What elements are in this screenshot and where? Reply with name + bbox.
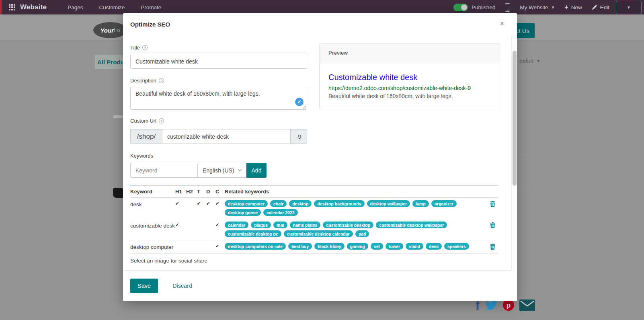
preview-body: Customizable white desk https://demo2.od… bbox=[320, 62, 500, 109]
preview-result-url: https://demo2.odoo.com/shop/customizable… bbox=[328, 85, 491, 91]
keywords-field-label: Keywords bbox=[130, 153, 153, 159]
keyword-add-row: English (US) Add bbox=[130, 163, 267, 178]
modal-scrollbar[interactable] bbox=[511, 36, 517, 271]
related-keyword-chip[interactable]: desk bbox=[426, 243, 442, 250]
delete-keyword-icon[interactable] bbox=[486, 222, 498, 228]
menu-promote[interactable]: Promote bbox=[141, 4, 161, 10]
description-wrap: Beautiful white desk of 160x80cm, with l… bbox=[130, 87, 307, 110]
related-keyword-chip[interactable]: desktop wallpaper bbox=[367, 200, 410, 207]
app-brand[interactable]: Website bbox=[20, 3, 47, 11]
url-suffix: -9 bbox=[290, 129, 307, 144]
pricelist-dropdown[interactable]: celist ▼ bbox=[519, 57, 540, 64]
email-icon[interactable] bbox=[519, 299, 535, 311]
logo-text-bold: Your bbox=[100, 27, 114, 34]
help-icon[interactable]: ? bbox=[142, 45, 148, 50]
related-keyword-chip[interactable]: plaque bbox=[251, 222, 271, 228]
col-related: Related keywords bbox=[225, 186, 486, 197]
scrollbar-thumb[interactable] bbox=[513, 51, 517, 186]
seo-description-textarea[interactable]: Beautiful white desk of 160x80cm, with l… bbox=[130, 87, 307, 110]
my-website-dropdown[interactable]: My Website ▼ bbox=[520, 4, 555, 10]
mobile-preview-icon[interactable] bbox=[505, 3, 510, 12]
description-field-label: Description ? bbox=[130, 78, 164, 84]
check-d bbox=[206, 243, 215, 244]
language-select[interactable]: English (US) bbox=[198, 163, 246, 178]
help-icon[interactable]: ? bbox=[159, 78, 164, 83]
published-toggle[interactable] bbox=[453, 4, 468, 11]
twitter-icon[interactable] bbox=[485, 300, 498, 310]
navbar-right: Published My Website ▼ + New Edit bbox=[453, 3, 644, 12]
site-logo[interactable]: YourLo bbox=[93, 22, 127, 38]
related-keyword-chip[interactable]: stand bbox=[406, 243, 423, 250]
related-keywords: desktop computers on salebest buyblack f… bbox=[225, 243, 486, 250]
related-keyword-chip[interactable]: desktop bbox=[289, 200, 312, 207]
description-label-text: Description bbox=[130, 78, 156, 84]
related-keyword-chip[interactable]: organizer bbox=[431, 200, 457, 207]
check-h2 bbox=[186, 243, 197, 244]
top-navbar: Website Pages Customize Promote Publishe… bbox=[0, 0, 644, 14]
apps-grid-icon[interactable] bbox=[9, 4, 15, 10]
custom-url-group: /shop/ -9 bbox=[130, 129, 307, 144]
toggle-knob bbox=[461, 4, 467, 10]
navbar-menu: Pages Customize Promote bbox=[68, 4, 161, 10]
related-keyword-chip[interactable]: lamp bbox=[412, 200, 429, 207]
related-keyword-chip[interactable]: customizable desktop wallpaper bbox=[376, 222, 447, 228]
col-t: T bbox=[197, 186, 206, 197]
related-keyword-chip[interactable]: speakers bbox=[444, 243, 469, 250]
close-icon[interactable]: × bbox=[500, 20, 504, 28]
keyword-input[interactable] bbox=[130, 163, 198, 178]
related-keyword-chip[interactable]: gaming bbox=[347, 243, 368, 250]
delete-keyword-icon[interactable] bbox=[486, 200, 498, 207]
check-c: ✔ bbox=[215, 200, 225, 206]
menu-pages[interactable]: Pages bbox=[68, 4, 83, 10]
related-keyword-chip[interactable]: set bbox=[371, 243, 383, 250]
related-keyword-chip[interactable]: calendar 2022 bbox=[263, 209, 297, 216]
resize-grip-icon[interactable] bbox=[303, 105, 306, 109]
keyword-name: desk bbox=[130, 200, 175, 208]
delete-keyword-icon[interactable] bbox=[486, 243, 498, 250]
check-h2 bbox=[186, 200, 197, 201]
related-keyword-chip[interactable]: desktop computer bbox=[225, 200, 268, 207]
related-keyword-chip[interactable]: best buy bbox=[288, 243, 312, 250]
col-h2: H2 bbox=[186, 186, 197, 197]
related-keyword-chip[interactable]: black friday bbox=[314, 243, 344, 250]
url-prefix: /shop/ bbox=[130, 129, 162, 144]
published-label: Published bbox=[472, 4, 495, 10]
check-h2 bbox=[186, 222, 197, 222]
logo-text-light: Lo bbox=[114, 27, 120, 33]
col-h1: H1 bbox=[175, 186, 186, 197]
save-button[interactable]: Save bbox=[130, 279, 158, 293]
check-t bbox=[197, 222, 206, 222]
related-keyword-chip[interactable]: customizable desktop pc bbox=[225, 230, 281, 237]
col-d: D bbox=[206, 186, 215, 197]
check-h1: ✔ bbox=[175, 222, 186, 228]
discard-button[interactable]: Discard bbox=[172, 283, 192, 289]
related-keyword-chip[interactable]: pad bbox=[355, 230, 369, 237]
related-keyword-chip[interactable]: calendar bbox=[225, 222, 248, 228]
all-products-link[interactable]: All Produ bbox=[95, 55, 123, 69]
check-h1: ✔ bbox=[175, 200, 186, 206]
pinterest-icon[interactable]: p bbox=[503, 299, 514, 311]
related-keyword-chip[interactable]: mat bbox=[273, 222, 287, 228]
preview-header: Preview bbox=[320, 44, 500, 62]
related-keyword-chip[interactable]: customizable desktop calendar bbox=[284, 230, 353, 237]
related-keyword-chip[interactable]: name plates bbox=[290, 222, 321, 228]
related-keyword-chip[interactable]: desktop goose bbox=[225, 209, 261, 216]
related-keyword-chip[interactable]: desktop backgrounds bbox=[314, 200, 364, 207]
help-icon[interactable]: ? bbox=[159, 118, 164, 123]
edit-button[interactable]: Edit bbox=[592, 4, 609, 10]
add-keyword-button[interactable]: Add bbox=[246, 163, 267, 178]
social-share-label: Select an image for social share bbox=[130, 258, 207, 264]
new-button[interactable]: + New bbox=[564, 4, 582, 11]
preview-result-title: Customizable white desk bbox=[328, 73, 491, 82]
menu-customize[interactable]: Customize bbox=[99, 4, 125, 10]
related-keyword-chip[interactable]: customizable desktop bbox=[323, 222, 373, 228]
pricelist-label: celist bbox=[519, 57, 533, 64]
optimize-seo-modal: Optimize SEO × Title ? Description ? Bea… bbox=[123, 13, 517, 301]
related-keyword-chip[interactable]: chair bbox=[270, 200, 287, 207]
navbar-extra-dropdown[interactable]: ▼ bbox=[616, 1, 642, 14]
related-keyword-chip[interactable]: tower bbox=[386, 243, 403, 250]
related-keyword-chip[interactable]: desktop computers on sale bbox=[225, 243, 286, 250]
related-keywords: calendarplaquematname platescustomizable… bbox=[225, 222, 486, 237]
seo-title-input[interactable] bbox=[130, 54, 307, 69]
custom-url-input[interactable] bbox=[162, 129, 290, 144]
